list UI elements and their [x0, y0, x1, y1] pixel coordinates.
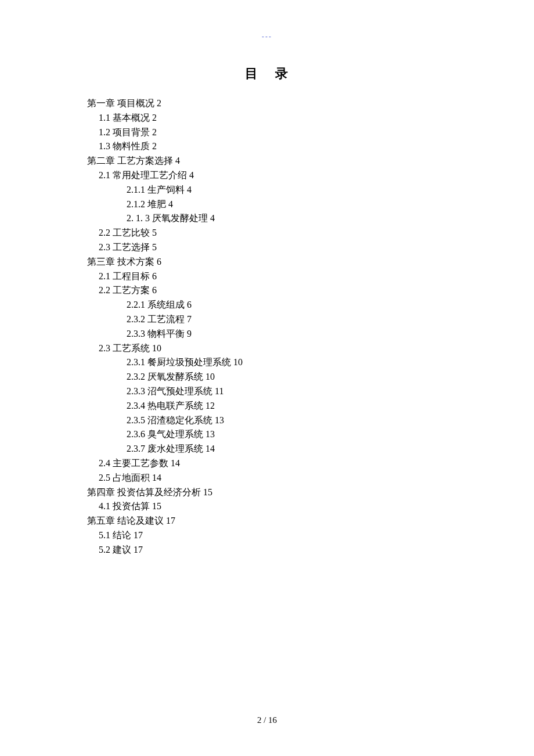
- toc-entry: 2.3.5 沼渣稳定化系统 13: [127, 413, 447, 428]
- toc-entry: 2.3.3 沼气预处理系统 11: [127, 384, 447, 399]
- toc-entry: 2.5 占地面积 14: [99, 471, 447, 485]
- toc-entry: 2.1.2 堆肥 4: [127, 197, 447, 212]
- toc-entry: 2.2 工艺比较 5: [99, 226, 447, 240]
- toc-entry: 1.2 项目背景 2: [99, 125, 447, 140]
- toc-entry: 2.1 常用处理工艺介绍 4: [99, 168, 447, 183]
- toc-entry: 2. 1. 3 厌氧发酵处理 4: [127, 211, 447, 226]
- toc-entry: 2.1.1 生产饲料 4: [127, 183, 447, 197]
- toc-entry: 第一章 项目概况 2: [87, 96, 447, 111]
- toc-entry: 2.2 工艺方案 6: [99, 283, 447, 298]
- toc-entry: 第四章 投资估算及经济分析 15: [87, 485, 447, 500]
- page-title: 目录: [87, 64, 447, 84]
- toc-entry: 2.3.2 厌氧发酵系统 10: [127, 370, 447, 384]
- title-left: 目: [245, 66, 259, 81]
- toc-entry: 5.1 结论 17: [99, 528, 447, 543]
- title-right: 录: [275, 66, 289, 81]
- toc-entry: 1.3 物料性质 2: [99, 139, 447, 154]
- toc-entry: 2.3.1 餐厨垃圾预处理系统 10: [127, 355, 447, 370]
- toc-entry: 5.2 建议 17: [99, 543, 447, 557]
- page: --- 目录 第一章 项目概况 21.1 基本概况 21.2 项目背景 21.3…: [0, 0, 534, 756]
- toc-entry: 2.2.1 系统组成 6: [127, 298, 447, 312]
- toc-entry: 2.3.7 废水处理系统 14: [127, 442, 447, 456]
- toc-entry: 2.3.2 工艺流程 7: [127, 312, 447, 327]
- toc-entry: 2.3.3 物料平衡 9: [127, 327, 447, 341]
- toc-entry: 2.3 工艺选择 5: [99, 240, 447, 255]
- toc-entry: 2.3 工艺系统 10: [99, 341, 447, 356]
- toc-entry: 2.3.6 臭气处理系统 13: [127, 427, 447, 442]
- table-of-contents: 第一章 项目概况 21.1 基本概况 21.2 项目背景 21.3 物料性质 2…: [87, 96, 447, 557]
- toc-entry: 2.4 主要工艺参数 14: [99, 456, 447, 471]
- toc-entry: 第三章 技术方案 6: [87, 255, 447, 269]
- header-mark: ---: [262, 31, 272, 42]
- page-number: 2 / 16: [0, 714, 534, 727]
- toc-entry: 4.1 投资估算 15: [99, 499, 447, 514]
- toc-entry: 第二章 工艺方案选择 4: [87, 154, 447, 168]
- toc-entry: 第五章 结论及建议 17: [87, 514, 447, 528]
- toc-entry: 1.1 基本概况 2: [99, 111, 447, 125]
- toc-entry: 2.3.4 热电联产系统 12: [127, 399, 447, 413]
- toc-entry: 2.1 工程目标 6: [99, 269, 447, 284]
